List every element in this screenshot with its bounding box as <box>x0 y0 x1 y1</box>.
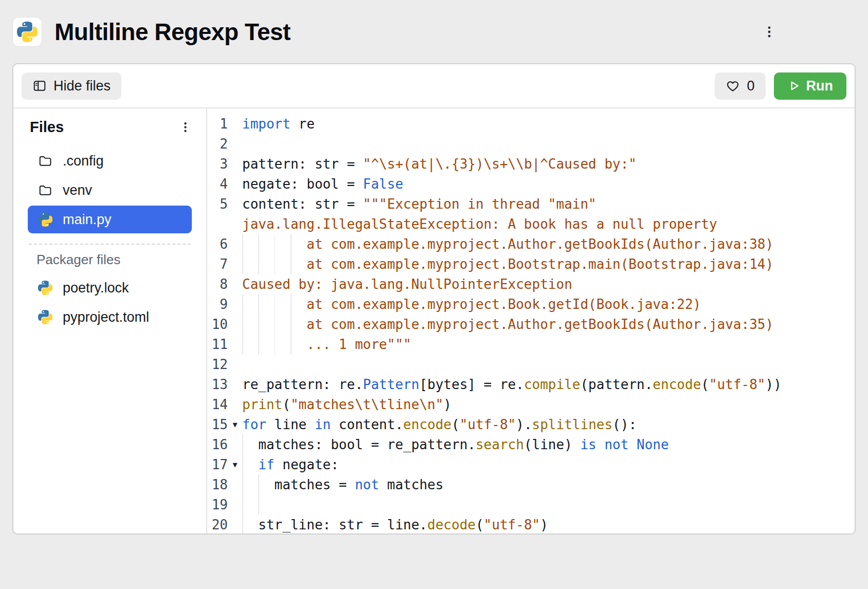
code-line: 14print("matches\t\tline\n") <box>209 395 855 415</box>
play-icon <box>787 79 801 93</box>
token-plain: str_line: str = line. <box>242 517 427 532</box>
content: Files .config venv main.py Packager file… <box>13 108 855 533</box>
packager-files-title: Packager files <box>13 252 206 268</box>
code-text: negate: bool = False <box>242 174 855 194</box>
line-number: 12 <box>209 355 228 375</box>
like-count: 0 <box>747 78 754 94</box>
code-text: matches: bool = re_pattern.search(line) … <box>242 435 855 455</box>
fold-arrow-icon[interactable]: ▼ <box>228 455 242 475</box>
code-line: 15▼for line in content.encode("utf-8").s… <box>209 415 855 435</box>
code-line: 12 <box>209 355 855 375</box>
hide-files-button[interactable]: Hide files <box>22 72 121 100</box>
python-file-icon <box>38 281 52 295</box>
line-number: 3 <box>209 154 228 174</box>
line-number: 18 <box>209 475 228 495</box>
indent-guides <box>242 254 304 274</box>
fold-spacer <box>228 355 242 375</box>
code-line: 2 <box>209 134 855 154</box>
token-str: at com.example.myproject.Author.getBookI… <box>242 317 773 332</box>
code-line: 9 at com.example.myproject.Book.getId(Bo… <box>209 294 855 315</box>
fold-spacer <box>228 375 242 395</box>
indent-guides <box>242 455 256 475</box>
token-plain: ( <box>476 517 484 532</box>
code-text: at com.example.myproject.Bootstrap.main(… <box>242 254 855 274</box>
code-text: re_pattern: re.Pattern[bytes] = re.compi… <box>242 375 855 395</box>
token-str: Caused by: java.lang.NullPointerExceptio… <box>242 277 572 292</box>
code-text: matches = not matches <box>242 475 855 495</box>
code-text: ... 1 more""" <box>242 335 855 355</box>
sidebar-item-poetry-lock[interactable]: poetry.lock <box>28 274 192 302</box>
indent-guides <box>242 294 304 315</box>
page-title: Multiline Regexp Test <box>55 18 291 46</box>
heart-icon <box>726 79 740 93</box>
fold-spacer <box>228 395 242 415</box>
python-logo <box>12 17 42 47</box>
sidebar-item-venv[interactable]: venv <box>28 176 192 204</box>
code-line: 10 at com.example.myproject.Author.getBo… <box>209 315 855 335</box>
code-text: at com.example.myproject.Book.getId(Book… <box>242 294 855 315</box>
token-str: at com.example.myproject.Book.getId(Book… <box>242 297 701 312</box>
toolbar: Hide files 0 Run <box>13 64 855 108</box>
code-editor[interactable]: 1import re23pattern: str = "^\s+(at|\.{3… <box>207 108 855 533</box>
run-button[interactable]: Run <box>774 72 846 100</box>
token-plain: re <box>291 116 315 132</box>
token-kw: in <box>315 417 331 432</box>
token-plain: ( <box>701 377 709 392</box>
code-line: 5content: str = """Exception in thread "… <box>209 194 855 214</box>
code-text: import re <box>242 114 855 134</box>
line-number <box>209 214 228 234</box>
token-func: encode <box>403 417 451 432</box>
sidebar-item-main-py[interactable]: main.py <box>28 206 192 233</box>
fold-arrow-icon[interactable]: ▼ <box>228 415 242 435</box>
token-plain <box>628 437 637 452</box>
line-number: 4 <box>209 174 228 194</box>
line-number: 11 <box>209 335 228 355</box>
token-plain <box>596 437 605 452</box>
header-menu-button[interactable] <box>759 22 780 42</box>
file-label: .config <box>63 153 104 169</box>
token-func: decode <box>427 517 476 532</box>
files-menu-button[interactable] <box>177 119 194 136</box>
token-kw: not <box>604 437 628 452</box>
sidebar-item-pyproject-toml[interactable]: pyproject.toml <box>28 303 192 331</box>
fold-spacer <box>228 475 242 495</box>
code-text: java.lang.IllegalStateException: A book … <box>242 214 855 234</box>
code-line: 11 ... 1 more""" <box>209 335 855 355</box>
fold-spacer <box>228 274 242 294</box>
fold-spacer <box>228 114 242 134</box>
fold-spacer <box>228 435 242 455</box>
python-logo-icon <box>17 22 38 42</box>
fold-spacer <box>228 495 242 515</box>
file-label: venv <box>63 182 92 198</box>
fold-spacer <box>228 234 242 254</box>
code-text <box>242 355 855 375</box>
fold-spacer <box>228 194 242 214</box>
token-plain: line <box>266 417 315 432</box>
file-label: poetry.lock <box>63 280 129 296</box>
token-str: "utf-8" <box>484 517 540 532</box>
indent-guides <box>242 435 256 455</box>
code-line: 20 str_line: str = line.decode("utf-8") <box>209 515 855 533</box>
code-lines: 1import re23pattern: str = "^\s+(at|\.{3… <box>209 114 855 533</box>
line-number: 8 <box>209 274 228 294</box>
code-line: java.lang.IllegalStateException: A book … <box>209 214 855 234</box>
fold-spacer <box>228 294 242 315</box>
token-func: print <box>242 397 282 412</box>
token-func: compile <box>524 377 581 392</box>
token-func: encode <box>653 377 701 392</box>
code-text <box>242 495 855 515</box>
run-label: Run <box>806 78 833 94</box>
sidebar-item-config[interactable]: .config <box>28 147 192 175</box>
token-str: "matches\t\tline\n" <box>291 397 443 412</box>
code-line: 16 matches: bool = re_pattern.search(lin… <box>209 435 855 455</box>
token-kw: None <box>637 437 669 452</box>
line-number: 15 <box>209 415 228 435</box>
python-file-icon <box>38 212 52 227</box>
token-plain: ( <box>282 397 291 412</box>
code-line: 4negate: bool = False <box>209 174 855 194</box>
like-button[interactable]: 0 <box>715 72 765 100</box>
token-plain: ( <box>451 417 460 432</box>
code-text <box>242 134 855 154</box>
code-line: 3pattern: str = "^\s+(at|\.{3})\s+\\b|^C… <box>209 154 855 174</box>
line-number: 13 <box>209 375 228 395</box>
